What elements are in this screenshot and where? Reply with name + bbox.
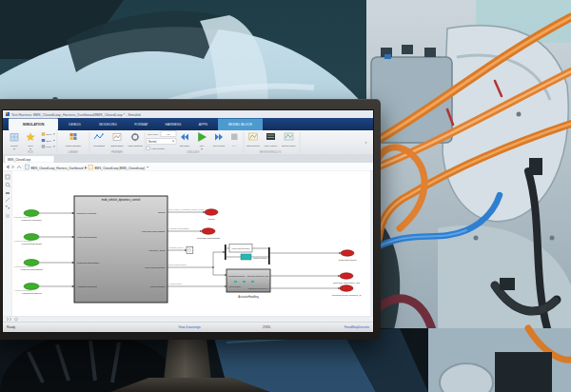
- main-subsystem-block[interactable]: mob_vehicle_dynamics_control TrajectoryP…: [74, 196, 167, 303]
- bus-conversion-block[interactable]: [241, 254, 251, 260]
- status-bar: Ready View 4 warnings 274% FixedStepDisc…: [3, 323, 373, 333]
- outport-traction-force[interactable]: [340, 285, 353, 291]
- svg-text:Model Settings: Model Settings: [128, 145, 143, 147]
- svg-text:TUMVehicleControl: TUMVehicleControl: [232, 247, 250, 249]
- svg-text:VehicleControl: VehicleControl: [228, 285, 241, 287]
- model-doc-icon: [26, 165, 30, 169]
- actuator-block-title: ActuatorHandling: [238, 295, 259, 299]
- svg-text:ActuatorLimitations: ActuatorLimitations: [77, 285, 98, 288]
- svg-text:TrajectoryPlanning: TrajectoryPlanning: [77, 212, 97, 215]
- svg-text:SteeringAngleWheel_rad: SteeringAngleWheel_rad: [333, 282, 360, 284]
- area-icon[interactable]: [6, 206, 8, 207]
- breadcrumb: BMS_ClosedLoop_Harness_Dashboard BMS_Clo…: [3, 163, 373, 171]
- main-block-title: mob_vehicle_dynamics_control: [102, 198, 141, 202]
- library-group-label: LIBRARY: [68, 150, 78, 154]
- svg-text:Library Browser: Library Browser: [66, 145, 81, 147]
- outport-vehicle-dynamics-state[interactable]: [202, 228, 215, 234]
- svg-text:TUMVehicleControl: TUMVehicleControl: [168, 264, 187, 265]
- svg-text:ActuatorLimitations: ActuatorLimitations: [14, 289, 33, 291]
- svg-text:Data Inspector: Data Inspector: [246, 145, 260, 147]
- solver-link[interactable]: FixedStepDiscrete: [345, 325, 369, 329]
- scene: Test Harness: BMS_ClosedLoop_Harness_Das…: [0, 0, 571, 392]
- branch-dot: [212, 266, 214, 268]
- svg-text:Save: Save: [47, 140, 52, 143]
- bus-selector-bar[interactable]: [225, 245, 226, 260]
- prepare-group-label: PREPARE: [111, 150, 123, 154]
- fast-restart-label[interactable]: Fast Restart: [151, 147, 165, 150]
- svg-text:VehicleSensorData: VehicleSensorData: [77, 236, 98, 239]
- tab-debug[interactable]: DEBUG: [69, 123, 81, 127]
- tab-model-block-label[interactable]: MODEL BLOCK: [228, 123, 253, 127]
- content-preview-glyph: [243, 281, 246, 283]
- open-folder-icon: [42, 133, 45, 136]
- stop-time-label: Stop Time: [148, 133, 159, 136]
- logic-analyzer-icon: [266, 133, 275, 140]
- print-icon: [42, 146, 45, 148]
- svg-text:Project: Project: [10, 145, 18, 147]
- svg-text:TrajectoryPlanning: TrajectoryPlanning: [22, 219, 42, 222]
- svg-text:New: New: [29, 145, 33, 147]
- sim-mode-value[interactable]: Normal: [148, 140, 157, 144]
- svg-text:VehicleDynamicsState: VehicleDynamicsState: [168, 227, 190, 229]
- bus-creator-bar[interactable]: [268, 247, 270, 265]
- outport-debug[interactable]: [205, 209, 218, 215]
- svg-text:BusConversion: BusConversion: [254, 257, 268, 259]
- ribbon-tab-row: SIMULATION DEBUG MODELING FORMAT HARNESS…: [3, 118, 373, 130]
- svg-text:VehicleSensorData: VehicleSensorData: [21, 243, 42, 245]
- file-group-label: FILE: [28, 150, 33, 154]
- svg-text:Print: Print: [47, 146, 51, 148]
- tab-format[interactable]: FORMAT: [134, 123, 148, 127]
- svg-text:TrajPlannerSend: TrajPlannerSend: [339, 259, 357, 262]
- svg-text:TrajectoryPlanning: TrajectoryPlanning: [14, 216, 32, 218]
- svg-text:VehicleControl: VehicleControl: [149, 285, 166, 288]
- svg-text:TUMModuleControl: TUMModuleControl: [228, 275, 246, 277]
- tab-harness[interactable]: HARNESS: [166, 123, 183, 127]
- simulate-group-label: SIMULATE: [187, 150, 200, 154]
- svg-text:debug: debug: [208, 218, 216, 221]
- save-disk-icon: [42, 139, 45, 142]
- monitor-stand-neck: [164, 338, 211, 381]
- warnings-link[interactable]: View 4 warnings: [178, 325, 201, 329]
- zoom-level: 274%: [263, 325, 270, 329]
- model-canvas[interactable]: [12, 171, 370, 317]
- stop-icon: [231, 134, 238, 141]
- content-preview-glyph: [251, 281, 254, 283]
- svg-text:VehicleSystemStatus: VehicleSystemStatus: [20, 268, 43, 271]
- fast-restart-checkbox[interactable]: [147, 147, 149, 149]
- svg-text:Log Signals: Log Signals: [93, 145, 106, 147]
- svg-text:Bird's-Eye Scope: Bird's-Eye Scope: [282, 145, 295, 147]
- monitor-screen: Test Harness: BMS_ClosedLoop_Harness_Das…: [3, 110, 373, 332]
- breadcrumb-item-harness[interactable]: BMS_ClosedLoop_Harness_Dashboard: [31, 167, 84, 170]
- svg-text:Step Back: Step Back: [180, 145, 190, 147]
- svg-text:Step Forward: Step Forward: [213, 145, 226, 147]
- svg-text:Logic Analyzer: Logic Analyzer: [265, 145, 278, 147]
- svg-text:ActuatorLimitations: ActuatorLimitations: [21, 292, 42, 295]
- annotation-icon[interactable]: [6, 192, 10, 194]
- harness-badge-icon: [89, 165, 93, 169]
- tab-simulation-label[interactable]: SIMULATION: [23, 123, 45, 127]
- tab-modeling[interactable]: MODELING: [99, 123, 117, 127]
- svg-text:VehicleSystemStatus: VehicleSystemStatus: [14, 265, 34, 267]
- title-bar: Test Harness: BMS_ClosedLoop_Harness_Das…: [3, 110, 373, 118]
- content-preview-glyph: [234, 281, 237, 283]
- svg-text:TractionForcesAtWheels_N: TractionForcesAtWheels_N: [332, 294, 362, 297]
- document-tab-label[interactable]: BMS_ClosedLoop: [8, 158, 31, 162]
- visual-lin-terminator-block[interactable]: [187, 247, 193, 254]
- outport-traj-planner-send[interactable]: [341, 250, 354, 256]
- outport-steering-angle[interactable]: [340, 273, 353, 279]
- svg-text:VehicleDynamicsState: VehicleDynamicsState: [142, 230, 166, 233]
- monitor-bezel: Test Harness: BMS_ClosedLoop_Harness_Das…: [0, 99, 381, 340]
- svg-text:Open: Open: [47, 133, 53, 136]
- toolstrip: Project New Open: [3, 130, 373, 155]
- svg-text:TUMVehicleControl: TUMVehicleControl: [145, 266, 166, 269]
- svg-text:Stop: Stop: [232, 145, 237, 147]
- svg-text:VehicleSystemStatus: VehicleSystemStatus: [77, 262, 100, 265]
- review-group-label: REVIEW RESULTS: [260, 150, 282, 154]
- status-ready: Ready: [7, 325, 16, 329]
- svg-text:VehicleSensorData: VehicleSensorData: [14, 240, 32, 242]
- svg-text:VehicleControl: VehicleControl: [168, 283, 183, 284]
- breadcrumb-item-model[interactable]: BMS_ClosedLoop (BMS_ClosedLoop): [95, 167, 146, 170]
- document-tab-bar: BMS_ClosedLoop: [3, 155, 373, 163]
- tab-apps[interactable]: APPS: [199, 123, 208, 127]
- svg-text:Debug: Debug: [158, 211, 166, 214]
